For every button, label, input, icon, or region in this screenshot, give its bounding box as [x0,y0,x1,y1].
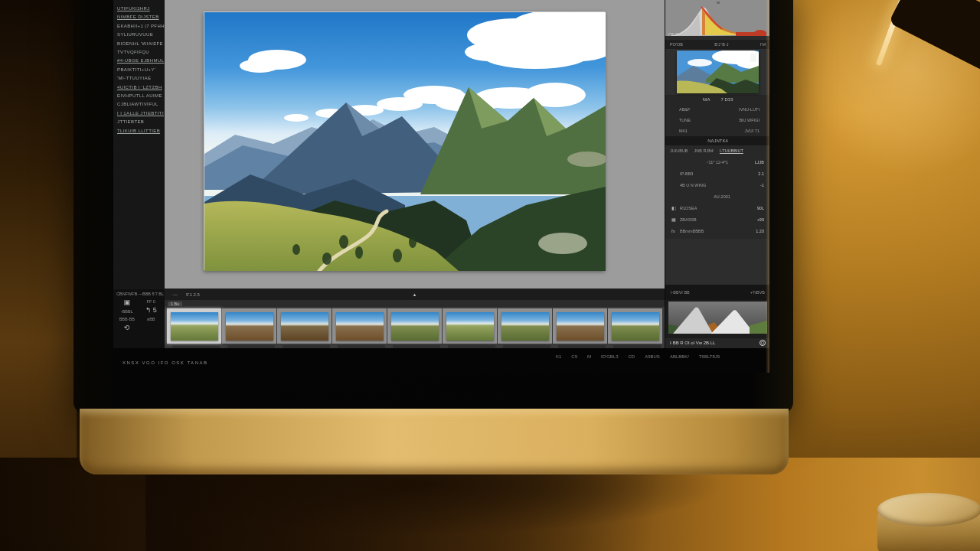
filmstrip-tab[interactable]: 1 Bu [168,302,182,306]
info-row: AB&F IVNU-LUTI [665,104,769,115]
toolbar-mark[interactable]: ·— [171,292,178,297]
sidebar-item[interactable]: #4-UBGE EJBHMUL [117,57,165,65]
row-value[interactable]: -1 [760,183,764,187]
sidebar-item[interactable]: NIMBFE DIJSTEB [117,13,165,21]
info-value[interactable]: BIU WFIGI [739,118,760,122]
info-label: TUNE [679,118,691,122]
sidebar-item[interactable]: UTIFUKI2HRJ [117,5,165,13]
sidebar-item[interactable]: SYLIURUVUUE [117,31,165,39]
sync-loop-icon[interactable]: ⟲ [124,324,130,331]
histogram[interactable]: Y'BLP [665,0,769,40]
navigator-thumbnail [677,51,759,93]
adjustment-row[interactable]: -'11* 12-4*1 LJJB [665,156,769,168]
adjustment-row[interactable]: ▦ ZBASSB +99 [665,214,769,225]
row-label: ZBASSB [680,217,757,222]
row-value[interactable]: 1.20 [756,229,764,233]
thumbnail[interactable] [387,308,442,344]
sidebar-item[interactable]: TLIKUIB LLITTIEB [117,127,165,135]
sidebar-item[interactable]: 4UICTIB I 'LZTZBH [117,83,165,92]
sidebar-item[interactable]: 'MI-TTUUYIAE [117,74,165,83]
info-row: M41 JVUI 71 [665,126,769,136]
panel-section-header[interactable]: NAJNTK4 [665,136,769,145]
info-value[interactable]: JVUI 71 [744,129,760,133]
status-icon[interactable]: M [587,354,591,359]
thumbnail-image [226,312,273,341]
basic-tab-active[interactable]: I-TUUBBIUT [720,148,743,153]
adjustment-row[interactable]: ◧ R1OSEA 90L [665,202,769,214]
row-value[interactable]: 90L [757,206,764,210]
sidebar-item[interactable]: BIOENHL 'WIAIEFE [117,40,165,48]
filmstrip-thumbnails [165,308,665,344]
sidebar-item[interactable]: PBAIKTITI+U+Y' [117,66,165,74]
undo-arrow-icon[interactable]: ↰ 5 [145,307,157,314]
sidebar-item[interactable]: CJBLIAWTIVIFUL [117,100,165,109]
panel-toolbar-right[interactable]: I'M [760,42,766,47]
row-value[interactable]: 2.1 [758,171,764,176]
adjustment-row[interactable]: IP-BB3 2.1 [665,168,769,179]
right-panel: Y'BLP PO'OB B'J 'B·J I'M [665,0,769,348]
thumbnail[interactable] [277,308,332,344]
sidebar-item[interactable]: I I 1ALLE JTIEBTITI [117,109,165,118]
row-label: IP-BB3 [680,171,758,176]
thumbnail[interactable] [553,308,607,344]
navigator[interactable] [665,49,769,95]
basic-adjustments-panel: JUIUBUB JNB RJB4 I-TUUBBIUT -'11* 12-4*1… [665,145,769,239]
thumbnail[interactable] [443,308,497,344]
app-window: UTIFUKI2HRJ NIMBFE DIJSTEB EKABHII+1 |7 … [113,0,769,373]
tone-curve-panel[interactable] [665,300,769,338]
adjustment-row[interactable]: AU-2001 [665,191,769,202]
info-value[interactable]: IVNU-LUTI [739,107,760,112]
histogram-caption: Y'BLP [668,32,678,37]
strip-label-right[interactable]: +'NBVB [750,290,765,295]
sidebar-item[interactable]: TVTVQFIFQU [117,48,165,57]
strip-label-left[interactable]: I-BBVI BB [671,290,690,295]
crop-icon[interactable]: ◧ [671,205,680,210]
adjustment-row[interactable]: fx BBmmBBBB 1.20 [665,225,769,236]
curve-caption-row: I·BB R OI ol Vw 2B.LL O [665,337,769,347]
status-icon[interactable]: CD [629,354,635,359]
thumbnail[interactable] [498,308,552,344]
navigator-zoom-fit[interactable]: NIA [702,97,710,102]
navigator-zoom-row: NIA 7 D33 [665,95,769,104]
row-value[interactable]: +99 [757,217,764,222]
status-icon[interactable]: ABLBBK/ [670,354,689,359]
tools-label: -BBBL [121,309,133,314]
row-value[interactable]: LJJB [755,160,764,165]
grid-icon[interactable]: ▦ [671,217,680,222]
thumbnail[interactable] [222,308,276,344]
thumbnail-selected[interactable] [167,308,221,344]
status-icon[interactable]: K1 [556,354,561,359]
basic-tab[interactable]: JNB RJB4 [694,148,714,153]
panel-toolbar-mid[interactable]: B'J 'B·J [714,42,728,47]
thumbnail[interactable] [332,308,387,344]
curve-reset-icon[interactable]: O [760,340,766,346]
info-label: AB&F [679,107,690,112]
thumbnail-image [171,312,218,341]
photo-stack-icon[interactable]: ▣ [123,299,130,306]
adjustment-row[interactable]: 4B U N WING -1 [665,179,769,191]
navigator-zoom-level[interactable]: 7 D33 [721,97,733,102]
thumbnail-image [281,312,328,341]
sidebar-item[interactable]: EKABHII+1 |7 PFHH [117,22,165,31]
panel-collapse-handle[interactable]: ▴ [413,292,416,298]
filmstrip: 1 Bu [165,300,665,348]
effects-icon[interactable]: fx [671,229,680,233]
panel-toolbar-left[interactable]: PO'OB [670,42,683,47]
toolbar-zoom-label: 5'1 2.5 [186,292,200,297]
status-icon[interactable]: A9BUS [645,354,660,359]
photographed-desk-scene: UTIFUKI2HRJ NIMBFE DIJSTEB EKABHII+1 |7 … [0,0,980,551]
status-icon[interactable]: ID'GBL3 [601,354,619,359]
basic-title: JUIUBUB [670,148,688,153]
status-icon[interactable]: T6BLT8J9 [699,354,720,359]
tools-label: BBB·BB [119,317,135,321]
status-icon[interactable]: C9 [571,354,577,359]
main-photo[interactable] [204,11,605,270]
imac-chin [80,409,789,474]
sidebar-item[interactable]: EIVHPUTLL AUIME [117,92,165,100]
status-right-icons: K1 C9 M ID'GBL3 CD A9BUS ABLBBK/ T6BLT8J… [556,354,720,359]
thumbnail[interactable] [608,308,662,344]
sidebar-item[interactable]: JTTIEBTEB [117,118,165,126]
info-label: M41 [679,129,688,133]
tools-value: ≡BB [147,317,155,321]
row-label: 4B U N WING [680,183,760,187]
